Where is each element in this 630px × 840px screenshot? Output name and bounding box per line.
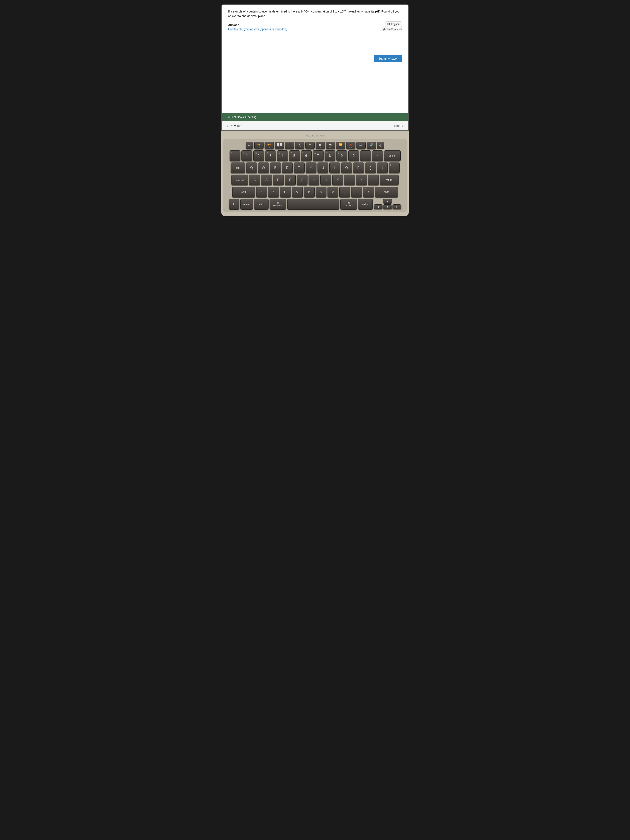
key-f12[interactable]: 🔊 F12	[367, 142, 376, 149]
key-arrow-right[interactable]: ►	[393, 204, 401, 209]
key-9[interactable]: ( 9	[336, 150, 347, 161]
key-o-label: O	[345, 166, 348, 170]
key-f10[interactable]: 🔇 F10	[346, 142, 355, 149]
key-e[interactable]: E	[270, 163, 281, 173]
key-fn-label: fn	[233, 203, 235, 205]
answer-hint-link[interactable]: How to enter your answer (opens in new w…	[228, 27, 402, 31]
key-semicolon[interactable]: : ;	[356, 175, 367, 185]
key-3[interactable]: # 3	[265, 150, 276, 161]
key-0[interactable]: ) 0	[348, 150, 359, 161]
key-f8[interactable]: ⏭ F8	[326, 142, 335, 149]
key-rbracket[interactable]: } ]	[377, 163, 388, 173]
key-y[interactable]: Y	[306, 163, 316, 173]
key-4[interactable]: $ 4	[277, 150, 288, 161]
key-w[interactable]: W	[258, 163, 269, 173]
key-6[interactable]: ^ 6	[301, 150, 312, 161]
key-return[interactable]: return	[380, 175, 398, 185]
key-l[interactable]: L	[344, 175, 355, 185]
key-capslock[interactable]: caps lock	[232, 175, 248, 185]
key-delete[interactable]: delete	[384, 150, 401, 161]
key-f7[interactable]: ⏯ F7	[316, 142, 325, 149]
key-s-label: S	[265, 178, 268, 182]
key-fn[interactable]: fn	[229, 199, 239, 210]
key-f4[interactable]: ⬛ F4	[285, 142, 294, 149]
key-command-left[interactable]: ⌘ command	[270, 199, 286, 210]
keyboard-shortcuts-link[interactable]: Keyboard Shortcuts	[380, 28, 402, 31]
power-button[interactable]: ⏻	[377, 142, 384, 149]
key-u[interactable]: U	[317, 163, 328, 173]
key-arrow-left[interactable]: ◄	[374, 204, 382, 209]
key-s[interactable]: S	[261, 175, 272, 185]
key-esc-label: esc	[248, 144, 251, 147]
previous-button[interactable]: ◄ Previous	[226, 124, 241, 128]
key-z[interactable]: Z	[256, 187, 267, 197]
key-f9[interactable]: ⏩ F9	[336, 142, 345, 149]
key-r[interactable]: R	[282, 163, 293, 173]
key-slash[interactable]: ? /	[363, 187, 374, 197]
key-q[interactable]: Q	[246, 163, 257, 173]
submit-button[interactable]: Submit Answer	[374, 55, 402, 62]
key-o[interactable]: O	[341, 163, 352, 173]
key-f[interactable]: F	[285, 175, 295, 185]
key-7[interactable]: & 7	[313, 150, 324, 161]
answer-input[interactable]	[292, 37, 338, 44]
key-f1[interactable]: 🔅 F1	[254, 142, 264, 149]
key-c[interactable]: C	[280, 187, 291, 197]
key-b-label: B	[308, 190, 310, 194]
key-c-label: C	[284, 190, 287, 194]
key-f2[interactable]: 🔆 F2	[265, 142, 274, 149]
key-1[interactable]: ! 1	[242, 150, 252, 161]
key-j[interactable]: J	[321, 175, 331, 185]
key-h[interactable]: H	[308, 175, 319, 185]
key-k[interactable]: K	[332, 175, 343, 185]
key-shift-right-label: shift	[384, 191, 388, 194]
key-p[interactable]: P	[353, 163, 364, 173]
key-comma[interactable]: < ,	[339, 187, 350, 197]
key-arrow-up[interactable]: ▲	[383, 199, 392, 204]
key-shift-right[interactable]: shift	[375, 187, 398, 197]
key-x[interactable]: X	[268, 187, 279, 197]
arrow-up-row: ▲	[374, 199, 401, 204]
key-minus[interactable]: _ -	[360, 150, 371, 161]
key-arrow-down-icon: ▼	[386, 205, 389, 208]
key-shift-left[interactable]: shift	[232, 187, 255, 197]
key-space[interactable]	[287, 199, 339, 210]
key-backslash[interactable]: | \	[389, 163, 399, 173]
key-a[interactable]: A	[249, 175, 260, 185]
key-5[interactable]: % 5	[289, 150, 300, 161]
key-f11[interactable]: 🔈 F11	[357, 142, 366, 149]
key-m[interactable]: M	[327, 187, 338, 197]
key-f6[interactable]: ⏮ F6	[305, 142, 314, 149]
key-8[interactable]: * 8	[325, 150, 335, 161]
key-f3[interactable]: ⬜⬜ F3	[275, 142, 284, 149]
key-option-left[interactable]: option	[254, 199, 268, 210]
keypad-button[interactable]: Keypad	[385, 22, 402, 27]
key-v[interactable]: V	[292, 187, 303, 197]
key-f5[interactable]: 💡 F5	[295, 142, 305, 149]
key-2[interactable]: @ 2	[253, 150, 264, 161]
macbook-brand-label: MacBook Air	[223, 134, 407, 137]
key-arrow-down[interactable]: ▼	[383, 204, 392, 209]
key-lbracket[interactable]: { [	[365, 163, 376, 173]
key-9-main: 9	[341, 154, 343, 158]
key-tab[interactable]: tab	[231, 163, 245, 173]
key-period[interactable]: > .	[351, 187, 362, 197]
key-equals[interactable]: + =	[372, 150, 383, 161]
key-backtick[interactable]: ~ `	[230, 150, 240, 161]
key-i[interactable]: I	[329, 163, 340, 173]
key-quote[interactable]: " '	[368, 175, 379, 185]
key-control[interactable]: control	[240, 199, 253, 210]
key-f7-label: ⏯	[319, 143, 322, 146]
key-esc[interactable]: esc	[246, 142, 253, 149]
key-option-right[interactable]: option	[358, 199, 373, 210]
key-t[interactable]: T	[294, 163, 305, 173]
key-d[interactable]: D	[273, 175, 284, 185]
key-g[interactable]: G	[297, 175, 308, 185]
key-minus-main: -	[365, 154, 366, 158]
key-b[interactable]: B	[304, 187, 314, 197]
key-command-right[interactable]: ⌘ command	[340, 199, 357, 210]
answer-label: Answer	[228, 23, 402, 27]
key-a-label: A	[254, 178, 256, 182]
next-button[interactable]: Next ►	[394, 124, 404, 128]
key-n[interactable]: N	[316, 187, 327, 197]
